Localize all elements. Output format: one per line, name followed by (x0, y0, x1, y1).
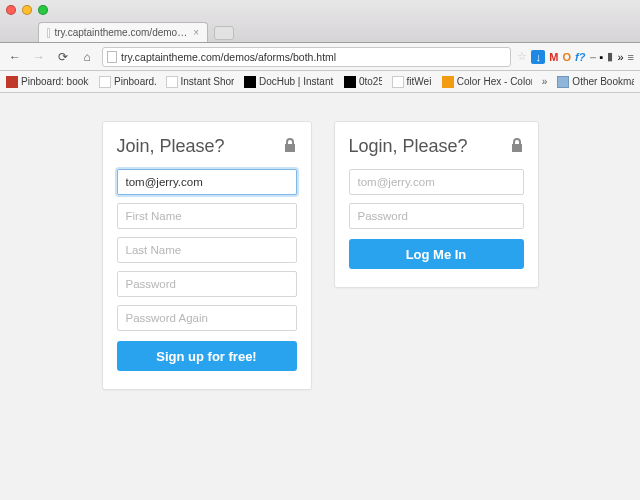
overflow-chevron-icon[interactable]: » (617, 51, 623, 63)
page-icon (107, 51, 117, 63)
folder-icon (557, 76, 569, 88)
bookmark-label: Pinboard: bookm… (21, 76, 89, 87)
browser-menu-icon[interactable]: ≡ (628, 51, 634, 63)
login-email-input[interactable] (349, 169, 524, 195)
window-controls (6, 5, 48, 15)
login-submit-button[interactable]: Log Me In (349, 239, 524, 269)
bookmark-favicon (344, 76, 356, 88)
page-content: Join, Please? Sign up for free! Login, P… (0, 93, 640, 500)
join-card: Join, Please? Sign up for free! (102, 121, 312, 390)
window-close-button[interactable] (6, 5, 16, 15)
bookmark-item[interactable]: Instant Shorten (166, 76, 234, 88)
extension-o-icon[interactable]: O (562, 51, 571, 63)
reload-button[interactable]: ⟳ (54, 48, 72, 66)
home-button[interactable]: ⌂ (78, 48, 96, 66)
join-submit-button[interactable]: Sign up for free! (117, 341, 297, 371)
new-tab-button[interactable] (214, 26, 234, 40)
login-password-input[interactable] (349, 203, 524, 229)
join-title: Join, Please? (117, 136, 225, 157)
bookmark-favicon (99, 76, 111, 88)
forward-button[interactable]: → (30, 48, 48, 66)
lock-icon (283, 137, 297, 157)
login-card: Login, Please? Log Me In (334, 121, 539, 288)
address-bar-url: try.captaintheme.com/demos/aforms/both.h… (121, 51, 336, 63)
gmail-icon[interactable]: M (549, 51, 558, 63)
download-icon[interactable]: ↓ (531, 50, 545, 64)
bookmark-favicon (6, 76, 18, 88)
extension-bar-icon[interactable]: ▮ (607, 50, 613, 63)
bookmark-item[interactable]: Pinboard.in! (99, 76, 155, 88)
bookmark-favicon (244, 76, 256, 88)
extension-f-icon[interactable]: f? (575, 51, 585, 63)
join-password-input[interactable] (117, 271, 297, 297)
login-card-header: Login, Please? (349, 136, 524, 157)
window-minimize-button[interactable] (22, 5, 32, 15)
bookmark-label: 0to255 (359, 76, 382, 87)
other-bookmarks-label: Other Bookmarks (572, 76, 634, 87)
extension-dots-icon[interactable]: ∙∙∙ (589, 51, 595, 63)
bookmark-label: DocHub | Instant D… (259, 76, 334, 87)
bookmark-favicon (442, 76, 454, 88)
other-bookmarks-folder[interactable]: Other Bookmarks (557, 76, 634, 88)
bookmark-label: fitWeird (407, 76, 432, 87)
bookmark-item[interactable]: 0to255 (344, 76, 382, 88)
extension-square-icon[interactable]: ▪ (600, 51, 604, 63)
bookmark-favicon (166, 76, 178, 88)
window-titlebar (0, 0, 640, 20)
browser-tab[interactable]: try.captaintheme.com/demo… × (38, 22, 208, 42)
tab-title: try.captaintheme.com/demo… (55, 27, 188, 38)
bookmark-favicon (392, 76, 404, 88)
bookmark-star-icon[interactable]: ☆ (517, 50, 527, 63)
tab-close-icon[interactable]: × (193, 27, 199, 38)
tab-strip: try.captaintheme.com/demo… × (0, 20, 640, 42)
bookmark-item[interactable]: DocHub | Instant D… (244, 76, 334, 88)
bookmarks-overflow-chevron-icon[interactable]: » (542, 76, 548, 87)
join-password-again-input[interactable] (117, 305, 297, 331)
join-last-name-input[interactable] (117, 237, 297, 263)
toolbar-right-icons: ☆ ↓ M O f? ∙∙∙ ▪ ▮ » ≡ (517, 50, 634, 64)
browser-chrome: try.captaintheme.com/demo… × (0, 0, 640, 43)
bookmarks-bar: Pinboard: bookm… Pinboard.in! Instant Sh… (0, 71, 640, 93)
bookmark-label: Instant Shorten (181, 76, 234, 87)
browser-toolbar: ← → ⟳ ⌂ try.captaintheme.com/demos/aform… (0, 43, 640, 71)
lock-icon (510, 137, 524, 157)
join-email-input[interactable] (117, 169, 297, 195)
join-first-name-input[interactable] (117, 203, 297, 229)
address-bar[interactable]: try.captaintheme.com/demos/aforms/both.h… (102, 47, 511, 67)
join-card-header: Join, Please? (117, 136, 297, 157)
tab-favicon (47, 28, 50, 38)
bookmark-label: Color Hex - ColorH… (457, 76, 532, 87)
back-button[interactable]: ← (6, 48, 24, 66)
bookmark-item[interactable]: Color Hex - ColorH… (442, 76, 532, 88)
bookmark-item[interactable]: fitWeird (392, 76, 432, 88)
login-title: Login, Please? (349, 136, 468, 157)
bookmark-label: Pinboard.in! (114, 76, 155, 87)
bookmark-item[interactable]: Pinboard: bookm… (6, 76, 89, 88)
window-zoom-button[interactable] (38, 5, 48, 15)
